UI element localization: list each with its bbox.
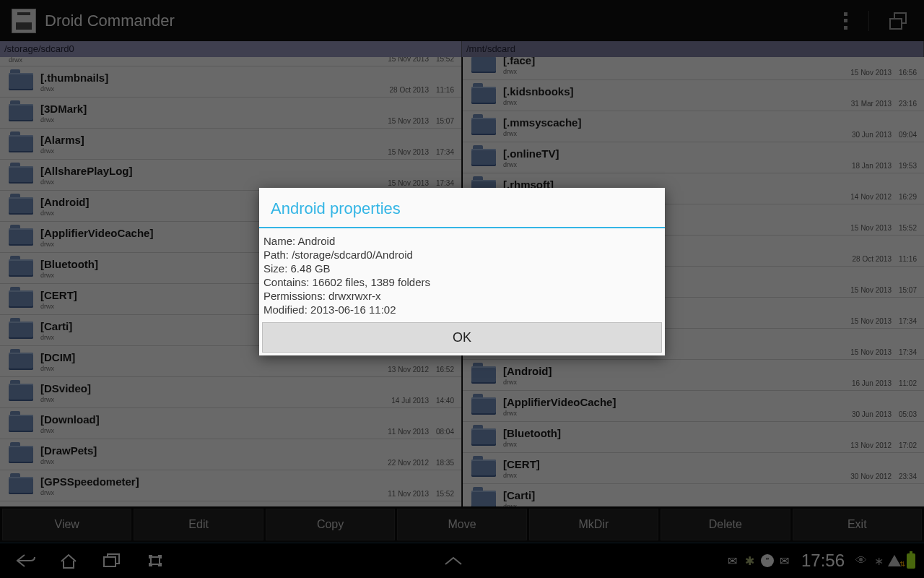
perm-label: Permissions: — [263, 290, 326, 302]
name-label: Name: — [263, 235, 295, 247]
perm-value: drwxrwxr-x — [328, 290, 381, 302]
size-value: 6.48 GB — [291, 262, 331, 275]
dialog-body: Name: Android Path: /storage/sdcard0/And… — [259, 228, 665, 322]
properties-dialog: Android properties Name: Android Path: /… — [259, 188, 665, 355]
path-label: Path: — [263, 249, 289, 261]
mod-value: 2013-06-16 11:02 — [310, 303, 396, 316]
contains-label: Contains: — [263, 276, 309, 288]
ok-button[interactable]: OK — [262, 322, 662, 353]
dialog-title: Android properties — [259, 188, 665, 227]
mod-label: Modified: — [263, 303, 308, 316]
size-label: Size: — [263, 262, 287, 275]
contains-value: 16602 files, 1389 folders — [313, 276, 430, 288]
path-value: /storage/sdcard0/Android — [292, 249, 413, 261]
name-value: Android — [298, 235, 336, 247]
